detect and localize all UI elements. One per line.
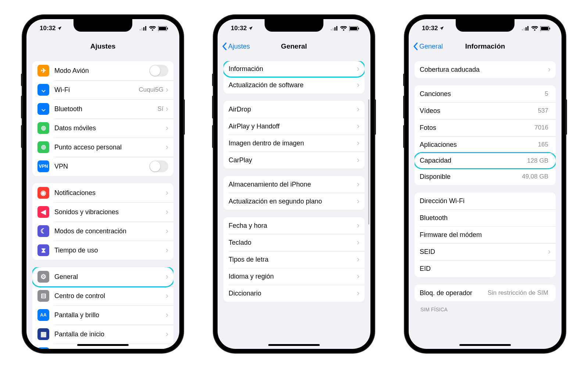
row-label: Vídeos [420, 107, 538, 115]
row-value: 5 [545, 90, 548, 98]
row-label: Bloq. de operador [420, 289, 488, 297]
row-datos-m-viles[interactable]: ⊚Datos móviles› [32, 118, 173, 138]
chevron-right-icon: › [166, 143, 168, 151]
row-informaci-n[interactable]: Información› [223, 61, 365, 78]
settings-group: ⚙General›⊟Centro de control›AAPantalla y… [32, 267, 173, 349]
home-indicator[interactable] [77, 344, 129, 346]
row-label: Actualización en segundo plano [229, 198, 357, 205]
row-value: 7016 [534, 124, 548, 131]
grid-icon: ▦ [37, 328, 49, 340]
row-value: 49,08 GB [522, 173, 548, 180]
row-label: Punto acceso personal [54, 144, 166, 151]
svg-rect-20 [549, 28, 550, 29]
row-direcci-n-wi-fi: Dirección Wi-Fi [415, 192, 556, 209]
home-indicator[interactable] [459, 344, 511, 346]
svg-rect-3 [145, 26, 146, 31]
row-label: General [54, 273, 166, 281]
svg-rect-14 [522, 29, 523, 31]
chevron-right-icon: › [357, 81, 359, 89]
row-punto-acceso-personal[interactable]: ⊚Punto acceso personal› [32, 138, 173, 157]
chevron-right-icon: › [357, 105, 359, 113]
svg-rect-2 [143, 27, 144, 31]
row-label: Tiempo de uso [54, 247, 166, 254]
row-actualizaci-n-en-segundo-plano[interactable]: Actualización en segundo plano› [223, 193, 365, 210]
chevron-right-icon: › [548, 248, 551, 256]
row-label: Firmware del módem [420, 231, 551, 239]
row-pantalla-de-inicio[interactable]: ▦Pantalla de inicio› [32, 325, 173, 344]
row-centro-de-control[interactable]: ⊟Centro de control› [32, 286, 173, 305]
row-imagen-dentro-de-imagen[interactable]: Imagen dentro de imagen› [223, 135, 365, 152]
row-tipos-de-letra[interactable]: Tipos de letra› [223, 251, 365, 268]
row-tiempo-de-uso[interactable]: ⧗Tiempo de uso› [32, 241, 173, 260]
row-label: Fotos [420, 124, 534, 132]
toggle-switch[interactable] [149, 160, 168, 172]
row-airdrop[interactable]: AirDrop› [223, 101, 365, 118]
row-bloq-de-operador: Bloq. de operadorSin restricción de SIM [415, 284, 556, 301]
antenna-icon: ⊚ [37, 122, 49, 134]
row-label: Wi-Fi [54, 86, 139, 94]
row-label: Sonidos y vibraciones [54, 208, 166, 216]
row-label: AirDrop [229, 106, 357, 113]
back-button[interactable]: General [413, 42, 443, 50]
phone-frame-general: 10:32 Ajustes General Información›Actual… [213, 15, 375, 353]
row-bluetooth[interactable]: ⌵BluetoothSí› [32, 99, 173, 118]
row-actualizaci-n-de-software[interactable]: Actualización de software› [223, 77, 365, 93]
back-label: Ajustes [228, 43, 250, 50]
svg-rect-7 [331, 29, 332, 31]
back-label: General [419, 43, 443, 50]
row-airplay-y-handoff[interactable]: AirPlay y Handoff› [223, 118, 365, 135]
row-value: Sí [158, 105, 164, 113]
row-general[interactable]: ⚙General› [32, 267, 173, 287]
row-carplay[interactable]: CarPlay› [223, 152, 365, 169]
chevron-right-icon: › [548, 66, 551, 74]
row-diccionario[interactable]: Diccionario› [223, 285, 365, 302]
row-almacenamiento-del-iphone[interactable]: Almacenamiento del iPhone› [223, 176, 365, 193]
nav-bar: General Información [409, 38, 562, 55]
row-value: Sin restricción de SIM [488, 289, 548, 297]
toggle-switch[interactable] [149, 65, 168, 77]
row-value: 537 [538, 107, 548, 114]
svg-rect-8 [333, 28, 334, 31]
settings-group: Almacenamiento del iPhone›Actualización … [223, 176, 365, 210]
back-button[interactable]: Ajustes [222, 42, 250, 50]
settings-group: Canciones5Vídeos537Fotos7016Aplicaciones… [415, 85, 556, 185]
row-modos-de-concentraci-n[interactable]: ☾Modos de concentración› [32, 222, 173, 241]
row-fecha-y-hora[interactable]: Fecha y hora› [223, 217, 365, 234]
row-cobertura-caducada[interactable]: Cobertura caducada› [415, 61, 556, 78]
row-seid[interactable]: SEID› [415, 243, 556, 260]
row-sonidos-y-vibraciones[interactable]: ◀Sonidos y vibraciones› [32, 202, 173, 222]
status-time: 10:32 [40, 25, 55, 32]
cellular-icon [140, 26, 147, 31]
row-vpn[interactable]: VPNVPN [32, 157, 173, 176]
row-label: Notificaciones [54, 189, 166, 197]
row-idioma-y-regi-n[interactable]: Idioma y región› [223, 268, 365, 285]
battery-icon [540, 26, 551, 31]
row-label: VPN [54, 163, 149, 170]
notch [74, 19, 132, 32]
chevron-right-icon: › [357, 139, 359, 147]
vpn-icon: VPN [37, 160, 49, 172]
row-teclado[interactable]: Teclado› [223, 234, 365, 251]
row-wi-fi[interactable]: ⌵Wi-FiCuqui5G› [32, 80, 173, 99]
chevron-right-icon: › [166, 189, 168, 197]
scroll-indicator[interactable] [368, 99, 369, 224]
row-label: Canciones [420, 90, 545, 98]
section-footer: SIM FÍSICA [415, 301, 556, 312]
home-indicator[interactable] [268, 344, 320, 346]
row-label: Pantalla de inicio [54, 330, 166, 338]
row-aplicaciones: Aplicaciones165 [415, 136, 556, 153]
row-firmware-del-m-dem: Firmware del módem [415, 226, 556, 243]
row-modo-avi-n[interactable]: ✈Modo Avión [32, 61, 173, 80]
page-title: Información [465, 42, 505, 50]
switches-icon: ⊟ [37, 290, 49, 302]
row-label: Modos de concentración [54, 227, 166, 235]
chevron-right-icon: › [166, 208, 168, 216]
nav-bar: Ajustes General [218, 38, 370, 55]
row-label: Cobertura caducada [420, 66, 548, 74]
cellular-icon [522, 26, 529, 31]
row-notificaciones[interactable]: ◉Notificaciones› [32, 183, 173, 202]
row-label: Pantalla y brillo [54, 311, 166, 319]
row-label: Bluetooth [420, 214, 551, 222]
settings-group: Dirección Wi-FiBluetoothFirmware del mód… [415, 192, 556, 277]
row-pantalla-y-brillo[interactable]: AAPantalla y brillo› [32, 305, 173, 325]
